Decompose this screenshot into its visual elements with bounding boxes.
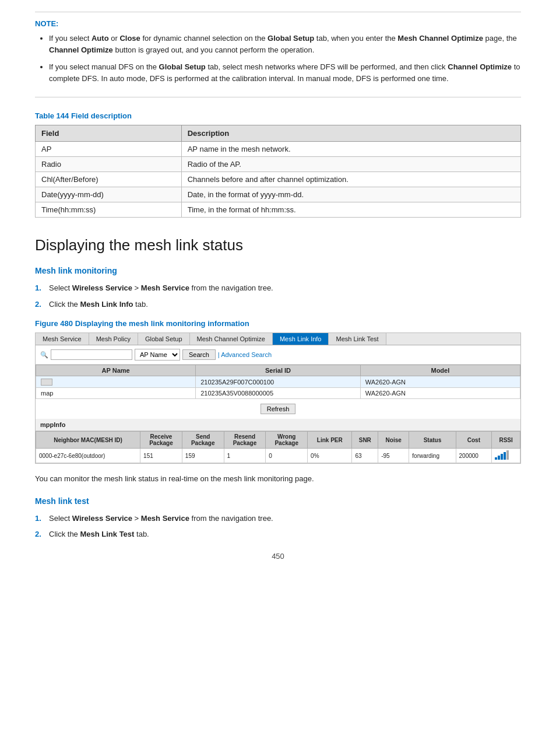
search-button[interactable]: Search: [182, 349, 216, 360]
col-model: Model: [360, 365, 520, 376]
ap-table-container: AP Name Serial ID Model 210235A29F007C00…: [36, 365, 520, 399]
search-icon: 🔍: [40, 351, 48, 359]
ap-name-1: [36, 376, 196, 388]
step-num-1: 1.: [35, 282, 49, 294]
rssi-bar-4: [504, 452, 506, 460]
field-desc: Channels before and after channel optimi…: [181, 172, 520, 187]
rssi-bar-5: [506, 450, 509, 460]
step-2-text: Click the Mesh Link Info tab.: [49, 299, 148, 310]
model-2: WA2620-AGN: [360, 388, 520, 399]
col-wrong: WrongPackage: [266, 432, 308, 449]
col-ap-name: AP Name: [36, 365, 196, 376]
detail-table: Neighbor MAC(MESH ID) ReceivePackage Sen…: [36, 431, 520, 463]
col-receive: ReceivePackage: [140, 432, 182, 449]
step-num-2: 2.: [35, 299, 49, 310]
model-1: WA2620-AGN: [360, 376, 520, 388]
tab-global-setup[interactable]: Global Setup: [138, 333, 190, 345]
page-number: 450: [35, 552, 521, 561]
steps-test: 1. Select Wireless Service > Mesh Servic…: [35, 513, 521, 540]
field-desc: Radio of the AP.: [181, 157, 520, 172]
detail-wrong: 0: [266, 449, 308, 463]
refresh-button[interactable]: Refresh: [261, 404, 296, 414]
field-name: Radio: [36, 157, 182, 172]
col-mac: Neighbor MAC(MESH ID): [36, 432, 140, 449]
tab-bar: Mesh Service Mesh Policy Global Setup Me…: [36, 333, 520, 345]
subsection1-title: Mesh link monitoring: [35, 266, 521, 275]
screenshot-figure480: Mesh Service Mesh Policy Global Setup Me…: [35, 332, 521, 464]
serial-id-2: 210235A35V0088000005: [196, 388, 361, 399]
col-description: Description: [181, 125, 520, 142]
col-cost: Cost: [456, 432, 492, 449]
step-4: 2. Click the Mesh Link Test tab.: [35, 528, 521, 540]
field-name: Chl(After/Before): [36, 172, 182, 187]
col-field: Field: [36, 125, 182, 142]
table-row: Date(yyyy-mm-dd)Date, in the format of y…: [36, 187, 521, 202]
col-snr: SNR: [352, 432, 378, 449]
ap-icon-1: [41, 379, 52, 386]
rssi-bar-3: [501, 454, 503, 460]
col-link-per: Link PER: [308, 432, 352, 449]
table144-title: Table 144 Field description: [35, 111, 521, 120]
rssi-bar-1: [495, 457, 497, 460]
col-noise: Noise: [378, 432, 409, 449]
serial-id-1: 210235A29F007C000100: [196, 376, 361, 388]
rssi-bar-2: [498, 456, 500, 460]
detail-rssi: [492, 449, 520, 463]
field-desc: AP name in the mesh network.: [181, 142, 520, 157]
ap-name-select[interactable]: AP Name: [135, 349, 180, 360]
step-1-text: Select Wireless Service > Mesh Service f…: [49, 282, 273, 294]
field-name: AP: [36, 142, 182, 157]
field-name: Time(hh:mm:ss): [36, 202, 182, 218]
detail-resend: 1: [224, 449, 266, 463]
tab-mesh-service[interactable]: Mesh Service: [36, 333, 89, 345]
table-row: Time(hh:mm:ss)Time, in the format of hh:…: [36, 202, 521, 218]
figure-title: Figure 480 Displaying the mesh link moni…: [35, 319, 521, 328]
subsection2-title: Mesh link test: [35, 496, 521, 506]
field-desc: Time, in the format of hh:mm:ss.: [181, 202, 520, 218]
note-bullets: If you select Auto or Close for dynamic …: [35, 33, 521, 84]
detail-row-1: 0000-e27c-6e80(outdoor) 151 159 1 0 0% 6…: [36, 449, 520, 463]
advanced-search-link[interactable]: | Advanced Search: [218, 351, 272, 358]
table-row: Chl(After/Before)Channels before and aft…: [36, 172, 521, 187]
info-text: You can monitor the mesh link status in …: [35, 473, 521, 485]
col-serial-id: Serial ID: [196, 365, 361, 376]
step-1: 1. Select Wireless Service > Mesh Servic…: [35, 282, 521, 294]
detail-link-per: 0%: [308, 449, 352, 463]
detail-noise: -95: [378, 449, 409, 463]
note-section: NOTE: If you select Auto or Close for dy…: [35, 12, 521, 97]
col-resend: ResendPackage: [224, 432, 266, 449]
step-3: 1. Select Wireless Service > Mesh Servic…: [35, 513, 521, 524]
detail-cost: 200000: [456, 449, 492, 463]
tab-mesh-link-info[interactable]: Mesh Link Info: [273, 333, 329, 345]
col-send: SendPackage: [182, 432, 224, 449]
step-3-text: Select Wireless Service > Mesh Service f…: [49, 513, 273, 524]
section-heading: Displaying the mesh link status: [35, 236, 521, 254]
ap-row-1[interactable]: 210235A29F007C000100 WA2620-AGN: [36, 376, 520, 388]
step-num-4: 2.: [35, 528, 49, 540]
field-table: Field Description APAP name in the mesh …: [35, 125, 521, 218]
detail-send: 159: [182, 449, 224, 463]
detail-receive: 151: [140, 449, 182, 463]
detail-snr: 63: [352, 449, 378, 463]
refresh-area: Refresh: [36, 399, 520, 419]
note-label: NOTE:: [35, 19, 521, 28]
mpp-label: mppInfo: [36, 419, 520, 431]
col-status: Status: [409, 432, 456, 449]
detail-mac: 0000-e27c-6e80(outdoor): [36, 449, 140, 463]
step-4-text: Click the Mesh Link Test tab.: [49, 528, 149, 540]
search-bar: 🔍 AP Name Search | Advanced Search: [36, 345, 520, 365]
ap-table: AP Name Serial ID Model 210235A29F007C00…: [36, 365, 520, 399]
field-desc: Date, in the format of yyyy-mm-dd.: [181, 187, 520, 202]
field-name: Date(yyyy-mm-dd): [36, 187, 182, 202]
ap-name-2: map: [36, 388, 196, 399]
table-row: APAP name in the mesh network.: [36, 142, 521, 157]
search-input[interactable]: [51, 349, 132, 360]
tab-mesh-link-test[interactable]: Mesh Link Test: [329, 333, 386, 345]
note-bullet-1: If you select Auto or Close for dynamic …: [49, 33, 521, 55]
ap-row-2[interactable]: map 210235A35V0088000005 WA2620-AGN: [36, 388, 520, 399]
tab-mesh-policy[interactable]: Mesh Policy: [89, 333, 138, 345]
rssi-bars: [495, 450, 509, 460]
step-num-3: 1.: [35, 513, 49, 524]
tab-mesh-channel[interactable]: Mesh Channel Optimize: [190, 333, 273, 345]
detail-table-container: Neighbor MAC(MESH ID) ReceivePackage Sen…: [36, 431, 520, 463]
